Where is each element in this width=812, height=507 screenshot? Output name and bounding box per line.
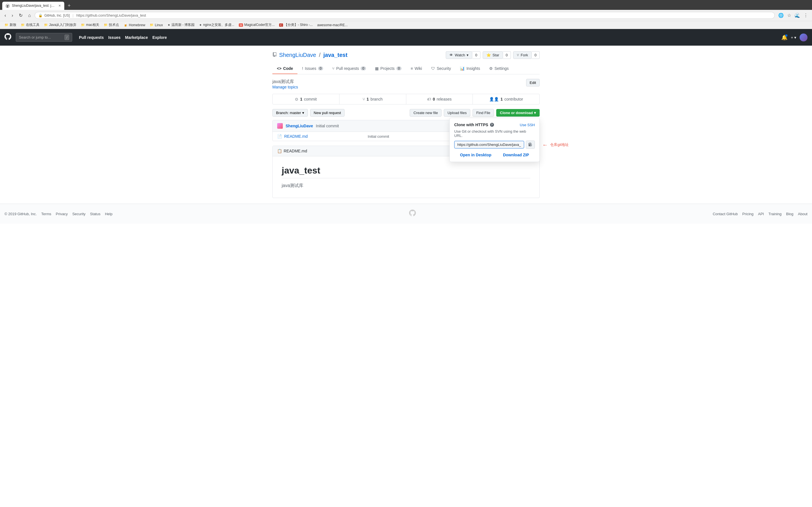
upload-files-button[interactable]: Upload files xyxy=(444,109,470,117)
branches-link[interactable]: ⑂ 1 branch xyxy=(340,94,406,104)
use-ssh-link[interactable]: Use SSH xyxy=(520,123,535,127)
commits-link[interactable]: ⊙ 1 commit xyxy=(273,94,340,104)
bookmark-shiro[interactable]: C 【分类】- Shiro -... xyxy=(277,22,314,28)
people-icon: 👤👤 xyxy=(489,97,499,101)
fork-button[interactable]: ⑂ Fork xyxy=(513,51,532,59)
marketplace-link[interactable]: Marketplace xyxy=(125,35,148,40)
tab-projects[interactable]: ▦ Projects 0 xyxy=(370,63,406,74)
tab-bar: ShengLiuDave/java_test: java测 ✕ + xyxy=(0,0,812,10)
bookmark-button[interactable]: ☆ xyxy=(786,11,792,19)
footer-contact-link[interactable]: Contact GitHub xyxy=(713,212,738,216)
bookmark-nginx[interactable]: ✦ nginx之安装、多虚... xyxy=(197,22,236,28)
clone-actions: Open in Desktop Download ZIP xyxy=(454,153,535,157)
new-tab-button[interactable]: + xyxy=(65,2,73,10)
file-toolbar-left: Branch: master ▾ New pull request xyxy=(272,109,345,117)
star-button[interactable]: ⭐ Star xyxy=(483,51,503,59)
active-tab[interactable]: ShengLiuDave/java_test: java测 ✕ xyxy=(2,2,64,10)
search-box[interactable]: Search or jump to... / xyxy=(16,33,72,42)
repo-tabs: <> Code ! Issues 0 ⑂ Pull requests 0 ▦ P… xyxy=(272,63,540,74)
repo-description: java测试库 Manage topics Edit xyxy=(272,79,540,89)
create-new-button[interactable]: + ▾ xyxy=(791,35,796,40)
footer-help-link[interactable]: Help xyxy=(105,212,112,216)
branch-icon: ⑂ xyxy=(363,97,365,101)
edit-description-button[interactable]: Edit xyxy=(526,79,540,87)
footer-training-link[interactable]: Training xyxy=(768,212,781,216)
bookmark-技术点[interactable]: 📁 技术点 xyxy=(102,22,121,28)
copy-url-button[interactable] xyxy=(526,140,535,149)
browser-chrome: ShengLiuDave/java_test: java测 ✕ + ‹ › ↻ … xyxy=(0,0,812,29)
commit-author-avatar xyxy=(277,123,283,129)
footer-api-link[interactable]: API xyxy=(758,212,764,216)
projects-count: 0 xyxy=(396,66,402,70)
file-toolbar: Branch: master ▾ New pull request Create… xyxy=(272,109,540,117)
watch-count[interactable]: 0 xyxy=(472,51,480,59)
bookmark-linux[interactable]: 📁 Linux xyxy=(148,22,165,27)
footer-security-link[interactable]: Security xyxy=(72,212,86,216)
home-button[interactable]: ⌂ xyxy=(27,12,33,19)
tab-insights[interactable]: 📊 Insights xyxy=(455,63,485,74)
bookmark-在线工具[interactable]: 📁 在线工具 xyxy=(19,22,41,28)
tab-pull-requests[interactable]: ⑂ Pull requests 0 xyxy=(327,63,370,74)
branch-selector[interactable]: Branch: master ▾ xyxy=(272,109,308,117)
tab-security[interactable]: 🛡 Security xyxy=(426,63,456,74)
repo-title: ShengLiuDave / java_test xyxy=(272,52,347,58)
footer-about-link[interactable]: About xyxy=(798,212,808,216)
clone-or-download-button[interactable]: Clone or download ▾ xyxy=(496,109,540,117)
tab-issues[interactable]: ! Issues 0 xyxy=(297,63,327,74)
open-in-desktop-link[interactable]: Open in Desktop xyxy=(460,153,492,157)
readme-filename: README.md xyxy=(284,149,307,153)
address-bar[interactable]: 🔒 GitHub, Inc. [US] | https://github.com… xyxy=(35,12,775,19)
watch-button[interactable]: 👁 Watch ▾ xyxy=(446,51,472,59)
menu-button[interactable]: ⋮ xyxy=(802,11,809,19)
header-nav: Pull requests Issues Marketplace Explore xyxy=(79,35,167,40)
reload-button[interactable]: ↻ xyxy=(17,11,24,19)
browser-toolbar: ‹ › ↻ ⌂ 🔒 GitHub, Inc. [US] | https://gi… xyxy=(0,10,812,21)
user-avatar[interactable] xyxy=(800,34,808,41)
bookmark-awesome-mac[interactable]: awesome-mac/RE... xyxy=(315,22,349,27)
extension-button[interactable]: 🌊 xyxy=(794,11,801,19)
pull-requests-link[interactable]: Pull requests xyxy=(79,35,104,40)
bookmark-magicalcoder[interactable]: M MagicalCoder官方... xyxy=(237,22,276,28)
issues-icon: ! xyxy=(302,66,303,71)
tab-code[interactable]: <> Code xyxy=(272,63,297,74)
manage-topics-link[interactable]: Manage topics xyxy=(272,85,298,89)
security-icon: 🛡 xyxy=(431,66,435,71)
create-new-file-button[interactable]: Create new file xyxy=(410,109,442,117)
contributors-link[interactable]: 👤👤 1 contributor xyxy=(473,94,539,104)
repo-owner-link[interactable]: ShengLiuDave xyxy=(279,52,316,58)
footer-pricing-link[interactable]: Pricing xyxy=(742,212,754,216)
bookmark-mac[interactable]: 📁 mac相关 xyxy=(79,22,101,28)
find-file-button[interactable]: Find File xyxy=(472,109,494,117)
translate-button[interactable]: 🌐 xyxy=(777,11,785,19)
back-button[interactable]: ‹ xyxy=(3,12,8,19)
footer-blog-link[interactable]: Blog xyxy=(786,212,794,216)
footer-github-logo xyxy=(409,210,416,218)
repo-name-link[interactable]: java_test xyxy=(323,52,348,58)
bookmark-homebrew[interactable]: 🍺 Homebrew xyxy=(122,22,147,27)
fork-count[interactable]: 0 xyxy=(532,51,540,59)
clone-url-row xyxy=(454,140,535,149)
issues-link[interactable]: Issues xyxy=(108,35,121,40)
tab-settings[interactable]: ⚙ Settings xyxy=(485,63,513,74)
explore-link[interactable]: Explore xyxy=(152,35,167,40)
bookmark-java[interactable]: 📁 Java从入门到放弃 xyxy=(42,22,78,28)
bookmark-新致[interactable]: 📁 新致 xyxy=(3,22,18,28)
footer-status-link[interactable]: Status xyxy=(90,212,100,216)
main-content: ShengLiuDave / java_test 👁 Watch ▾ 0 ⭐ S… xyxy=(268,46,544,204)
download-zip-link[interactable]: Download ZIP xyxy=(503,153,529,157)
tab-close-button[interactable]: ✕ xyxy=(58,4,61,8)
file-name-link[interactable]: README.md xyxy=(284,134,368,138)
footer-privacy-link[interactable]: Privacy xyxy=(56,212,68,216)
new-pull-request-button[interactable]: New pull request xyxy=(310,109,345,117)
releases-link[interactable]: 🏷 0 releases xyxy=(406,94,473,104)
forward-button[interactable]: › xyxy=(10,12,15,19)
commit-author-link[interactable]: ShengLiuDave xyxy=(286,124,313,128)
bookmark-温而新[interactable]: ✦ 温而新 - 博客园 xyxy=(166,22,197,28)
clone-url-input[interactable] xyxy=(454,141,524,149)
notification-dot xyxy=(785,34,788,37)
notifications-button[interactable]: 🔔 xyxy=(781,34,788,41)
footer-terms-link[interactable]: Terms xyxy=(41,212,51,216)
github-logo[interactable] xyxy=(4,33,11,42)
tab-wiki[interactable]: ≡ Wiki xyxy=(406,63,426,74)
star-count[interactable]: 0 xyxy=(503,51,511,59)
